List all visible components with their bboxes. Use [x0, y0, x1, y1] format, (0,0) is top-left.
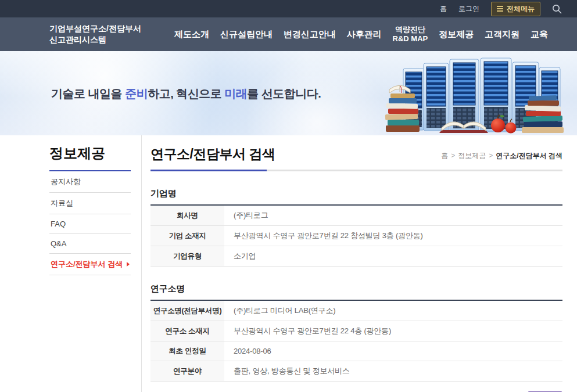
nav-item-label: 변경신고안내: [284, 29, 336, 39]
info-table: 연구소명(전담부서명)(주)티로그 미디어 LAB(연구소)연구소 소재지부산광…: [150, 300, 562, 382]
banner-illustration-servers-books: [384, 51, 577, 135]
slogan-highlight-2: 미래: [224, 87, 247, 99]
section-heading: 기업명: [150, 188, 562, 199]
vertical-divider: [141, 135, 142, 392]
main-panel: 연구소/전담부서 검색 홈>정보제공>연구소/전담부서 검색 기업명회사명(주)…: [150, 145, 562, 392]
page-title: 연구소/전담부서 검색: [150, 145, 275, 163]
hero-banner: 기술로 내일을 준비하고, 혁신으로 미래를 선도합니다.: [0, 51, 577, 135]
title-underline: [150, 170, 562, 171]
sidebar-item[interactable]: 공지사항: [49, 171, 131, 193]
nav-item-label: 제도소개: [174, 29, 209, 39]
info-table: 회사명(주)티로그기업 소재지부산광역시 수영구 광안로7번길 22 창성빌딩 …: [150, 204, 562, 267]
section-heading: 연구소명: [150, 283, 562, 294]
nav-item[interactable]: 교육: [531, 29, 548, 40]
sidebar-item-label: Q&A: [51, 239, 66, 248]
nav-item[interactable]: 역량진단R&D MAP: [393, 25, 428, 44]
sidebar-title: 정보제공: [49, 144, 131, 171]
slogan-post: 를 선도합니다.: [247, 87, 321, 99]
main-nav: 제도소개신규설립안내변경신고안내사후관리역량진단R&D MAP정보제공고객지원교…: [151, 25, 554, 44]
table-row: 연구분야출판, 영상, 방송통신 및 정보서비스: [150, 361, 562, 382]
row-label: 연구소명(전담부서명): [150, 300, 224, 321]
sidebar-item-label: FAQ: [51, 220, 66, 228]
row-value: (주)티로그 미디어 LAB(연구소): [224, 300, 562, 321]
breadcrumb: 홈>정보제공>연구소/전담부서 검색: [441, 151, 562, 163]
breadcrumb-separator: >: [451, 152, 455, 160]
breadcrumb-item[interactable]: 홈: [441, 152, 448, 160]
row-label: 기업 소재지: [150, 226, 224, 246]
sidebar-item[interactable]: 연구소/전담부서 검색: [49, 254, 131, 275]
sidebar-item-label: 자료실: [51, 198, 73, 208]
row-label: 회사명: [150, 205, 224, 226]
table-row: 기업유형소기업: [150, 246, 562, 267]
sidebar: 정보제공 공지사항자료실FAQQ&A연구소/전담부서 검색: [49, 144, 131, 275]
top-utility-bar: 홈 로그인 전체메뉴: [0, 0, 577, 17]
sidebar-menu: 공지사항자료실FAQQ&A연구소/전담부서 검색: [49, 171, 131, 275]
nav-item-label: 사후관리: [347, 29, 382, 39]
site-logo[interactable]: 기업부설연구소/전담부서 신고관리시스템: [49, 23, 151, 45]
table-row: 최초 인정일2024-08-06: [150, 341, 562, 361]
detail-sections: 기업명회사명(주)티로그기업 소재지부산광역시 수영구 광안로7번길 22 창성…: [150, 188, 562, 382]
all-menu-label: 전체메뉴: [507, 4, 535, 14]
table-row: 연구소 소재지부산광역시 수영구 광안로7번길 22 4층 (광안동): [150, 321, 562, 341]
nav-item-label: 정보제공: [439, 29, 474, 39]
slogan-pre: 기술로 내일을: [51, 87, 125, 99]
breadcrumb-separator: >: [489, 152, 493, 160]
nav-item-label: 교육: [531, 29, 548, 39]
row-label: 연구소 소재지: [150, 321, 224, 341]
row-value: (주)티로그: [224, 205, 562, 226]
breadcrumb-item: 연구소/전담부서 검색: [496, 152, 562, 160]
banner-slogan: 기술로 내일을 준비하고, 혁신으로 미래를 선도합니다.: [51, 85, 321, 101]
content-area: 정보제공 공지사항자료실FAQQ&A연구소/전담부서 검색 연구소/전담부서 검…: [0, 135, 577, 392]
nav-item[interactable]: 제도소개: [174, 29, 209, 40]
search-icon[interactable]: [552, 4, 562, 14]
nav-item[interactable]: 변경신고안내: [284, 29, 336, 40]
arrow-right-icon: [127, 262, 130, 267]
nav-item[interactable]: 신규설립안내: [220, 29, 273, 40]
table-row: 기업 소재지부산광역시 수영구 광안로7번길 22 창성빌딩 3층 (광안동): [150, 226, 562, 246]
row-label: 연구분야: [150, 361, 224, 382]
all-menu-button[interactable]: 전체메뉴: [491, 2, 540, 16]
row-label: 기업유형: [150, 246, 224, 267]
slogan-highlight-1: 준비: [125, 87, 148, 99]
sidebar-item[interactable]: Q&A: [49, 234, 131, 254]
row-label: 최초 인정일: [150, 341, 224, 361]
table-row: 회사명(주)티로그: [150, 205, 562, 226]
logo-line1: 기업부설연구소/전담부서: [49, 23, 151, 34]
nav-item-label: 역량진단: [393, 25, 428, 34]
sidebar-item[interactable]: 자료실: [49, 193, 131, 214]
login-link[interactable]: 로그인: [458, 4, 479, 14]
hamburger-icon: [497, 6, 503, 12]
row-value: 부산광역시 수영구 광안로7번길 22 4층 (광안동): [224, 321, 562, 341]
home-link[interactable]: 홈: [440, 4, 447, 14]
sidebar-item[interactable]: FAQ: [49, 214, 131, 234]
nav-item[interactable]: 사후관리: [347, 29, 382, 40]
sidebar-item-label: 공지사항: [51, 177, 81, 187]
nav-item[interactable]: 고객지원: [485, 29, 519, 40]
row-value: 2024-08-06: [224, 341, 562, 361]
row-value: 부산광역시 수영구 광안로7번길 22 창성빌딩 3층 (광안동): [224, 226, 562, 246]
slogan-mid: 하고, 혁신으로: [148, 87, 224, 99]
main-header: 기업부설연구소/전담부서 신고관리시스템 제도소개신규설립안내변경신고안내사후관…: [0, 17, 577, 51]
breadcrumb-item[interactable]: 정보제공: [458, 152, 486, 160]
sidebar-item-label: 연구소/전담부서 검색: [51, 259, 123, 269]
table-row: 연구소명(전담부서명)(주)티로그 미디어 LAB(연구소): [150, 300, 562, 321]
row-value: 소기업: [224, 246, 562, 267]
nav-item[interactable]: 정보제공: [439, 29, 474, 40]
logo-line2: 신고관리시스템: [49, 34, 151, 45]
nav-item-label: 고객지원: [485, 29, 519, 39]
row-value: 출판, 영상, 방송통신 및 정보서비스: [224, 361, 562, 382]
nav-item-label-line2: R&D MAP: [393, 34, 428, 44]
nav-item-label: 신규설립안내: [220, 29, 273, 39]
